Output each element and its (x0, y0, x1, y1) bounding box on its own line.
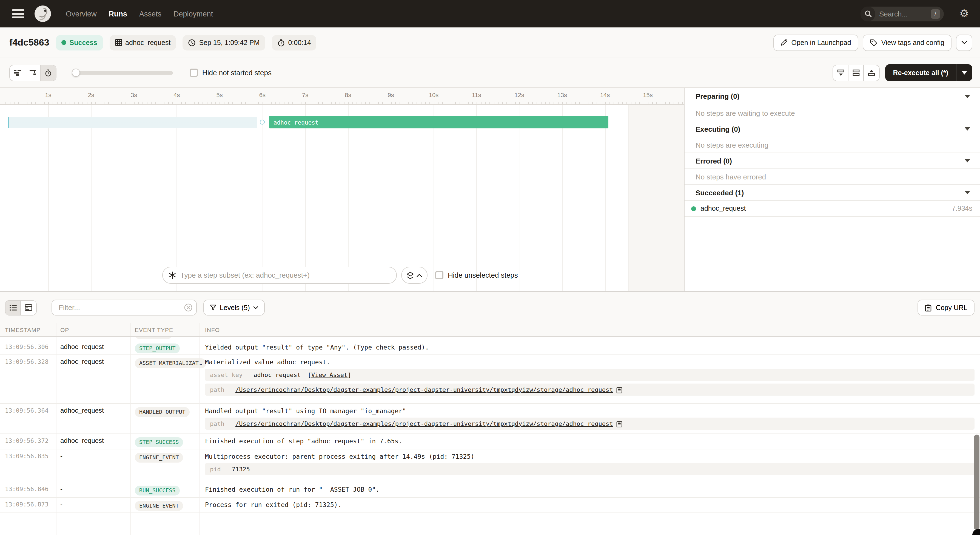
split-panel-button[interactable] (849, 65, 864, 80)
log-row[interactable]: 13:09:56.328adhoc_requestASSET_MATERIALI… (0, 355, 980, 404)
op-selector-icon (168, 271, 177, 279)
log-info-cell: Handled output "result" using IO manager… (199, 404, 980, 433)
panel-section-preparing[interactable]: Preparing (0) (684, 88, 980, 105)
gantt-toolbar: Hide not started steps Re-execute all (*… (0, 58, 980, 88)
col-timestamp: TIMESTAMP (0, 326, 56, 333)
success-dot-icon (691, 206, 696, 211)
menu-icon[interactable] (12, 9, 24, 18)
split-panel-icon (852, 69, 860, 76)
log-info-text: Materialized value adhoc_request. (205, 358, 975, 366)
copy-url-button[interactable]: Copy URL (918, 300, 975, 316)
log-row[interactable]: 13:09:56.846-RUN_SUCCESSFinished executi… (0, 482, 980, 498)
view-asset-link[interactable]: View Asset (311, 371, 347, 378)
scrolled-partial-row (0, 337, 980, 340)
clipboard-icon (925, 304, 932, 311)
hide-unselected-checkbox[interactable] (435, 271, 444, 279)
log-filter-input[interactable] (51, 300, 197, 316)
copy-path-button[interactable] (616, 420, 623, 427)
reexecute-menu-button[interactable] (956, 64, 972, 81)
axis-tick: 3s (131, 92, 137, 98)
hide-not-started-checkbox[interactable] (189, 69, 198, 77)
log-event-type-cell: STEP_SUCCESS (130, 434, 199, 449)
collapse-panel-button[interactable] (834, 65, 849, 80)
log-info-text: Multiprocess executor: parent process ex… (205, 453, 975, 460)
log-info-cell: Finished execution of run for "__ASSET_J… (199, 482, 980, 497)
event-type-badge: ENGINE_EVENT (135, 501, 183, 511)
log-info-text: Finished execution of run for "__ASSET_J… (205, 485, 975, 493)
zoom-slider[interactable] (72, 71, 173, 74)
panel-section-succeeded[interactable]: Succeeded (1) (684, 185, 980, 201)
apply-subset-button[interactable] (401, 267, 428, 284)
log-timestamp: 13:09:56.364 (0, 404, 56, 433)
axis-tick: 10s (429, 92, 439, 98)
succeeded-step-row[interactable]: adhoc_request7.934s (684, 201, 980, 217)
axis-tick: 2s (88, 92, 94, 98)
search-input[interactable] (878, 6, 922, 21)
clear-filter-icon[interactable] (184, 303, 192, 312)
log-row[interactable]: 13:09:56.372adhoc_requestSTEP_SUCCESSFin… (0, 434, 980, 449)
run-header: f4dc5863 Success adhoc_request Sep 15, 1… (0, 27, 980, 58)
metadata-entry-path: path/Users/erincochran/Desktop/dagster-e… (205, 383, 975, 396)
metadata-value: /Users/erincochran/Desktop/dagster-examp… (230, 386, 623, 393)
caret-down-icon (965, 191, 970, 194)
metadata-entry-path: path/Users/erincochran/Desktop/dagster-e… (205, 418, 975, 430)
structured-view-button[interactable] (21, 300, 36, 315)
view-tags-and-config-button[interactable]: View tags and config (863, 34, 951, 51)
run-id: f4dc5863 (9, 37, 49, 48)
dagster-logo-icon[interactable] (34, 5, 51, 22)
hide-unselected-label[interactable]: Hide unselected steps (448, 271, 518, 279)
log-info-cell: Process for run exited (pid: 71325). (199, 498, 980, 513)
timed-view-button[interactable] (41, 65, 56, 80)
panel-section-title: Preparing (0) (695, 92, 740, 101)
clock-icon (188, 39, 196, 46)
flat-view-button[interactable] (10, 65, 25, 80)
metadata-text: 71325 (232, 466, 250, 473)
step-subset-input[interactable] (162, 267, 397, 284)
log-row[interactable]: 13:09:56.306adhoc_requestSTEP_OUTPUTYiel… (0, 340, 980, 355)
event-type-badge: STEP_SUCCESS (135, 437, 183, 447)
zoom-slider-knob[interactable] (72, 68, 80, 77)
top-nav: OverviewRunsAssetsDeployment / ⚙ (0, 0, 980, 27)
log-info-text: Yielded output "result" of type "Any". (… (205, 343, 975, 351)
path-link[interactable]: /Users/erincochran/Desktop/dagster-examp… (235, 386, 613, 393)
path-link[interactable]: /Users/erincochran/Desktop/dagster-examp… (235, 420, 613, 427)
metadata-value: /Users/erincochran/Desktop/dagster-examp… (230, 420, 623, 427)
after-run-region (628, 105, 684, 291)
log-row[interactable]: 13:09:56.364adhoc_requestHANDLED_OUTPUTH… (0, 404, 980, 434)
caret-down-icon (965, 159, 970, 163)
axis-tick: 8s (345, 92, 351, 98)
log-event-type-cell: ENGINE_EVENT (130, 449, 199, 482)
panel-section-title: Succeeded (1) (695, 188, 744, 197)
reexecute-all-button[interactable]: Re-execute all (*) (885, 64, 956, 81)
hide-not-started-label[interactable]: Hide not started steps (202, 69, 272, 77)
metadata-label: path (205, 383, 230, 396)
log-info-cell: Finished execution of step "adhoc_reques… (199, 434, 980, 449)
search-icon (861, 6, 875, 21)
log-event-type-cell: ASSET_MATERIALIZAT… (130, 355, 199, 403)
global-search[interactable]: / (861, 6, 944, 21)
panel-section-executing[interactable]: Executing (0) (684, 121, 980, 137)
log-row[interactable]: 13:09:56.873-ENGINE_EVENTProcess for run… (0, 498, 980, 513)
nav-item-assets[interactable]: Assets (139, 10, 161, 18)
step-bar-adhoc-request[interactable]: adhoc_request (269, 116, 608, 128)
open-in-launchpad-button[interactable]: Open in Launchpad (773, 34, 858, 51)
log-timestamp: 13:09:56.835 (0, 449, 56, 482)
copy-path-button[interactable] (616, 386, 623, 393)
waterfall-view-button[interactable] (25, 65, 41, 80)
nav-item-deployment[interactable]: Deployment (173, 10, 213, 18)
tag-icon (870, 39, 878, 46)
expand-panel-button[interactable] (864, 65, 880, 80)
nav-item-overview[interactable]: Overview (66, 10, 97, 18)
gantt-time-axis: 1s2s3s4s5s6s7s8s9s10s11s12s13s14s15s (0, 88, 684, 105)
nav-item-runs[interactable]: Runs (109, 10, 127, 18)
job-pill[interactable]: adhoc_request (109, 35, 176, 50)
panel-section-errored[interactable]: Errored (0) (684, 153, 980, 169)
log-row[interactable]: 13:09:56.835-ENGINE_EVENTMultiprocess ex… (0, 449, 980, 482)
log-op: - (56, 498, 130, 513)
run-actions-menu-button[interactable] (956, 34, 972, 51)
gear-icon[interactable]: ⚙ (956, 5, 972, 22)
axis-tick: 12s (514, 92, 524, 98)
vertical-scrollbar[interactable] (974, 434, 980, 530)
levels-filter-button[interactable]: Levels (5) (204, 300, 265, 316)
list-view-button[interactable] (5, 300, 21, 315)
